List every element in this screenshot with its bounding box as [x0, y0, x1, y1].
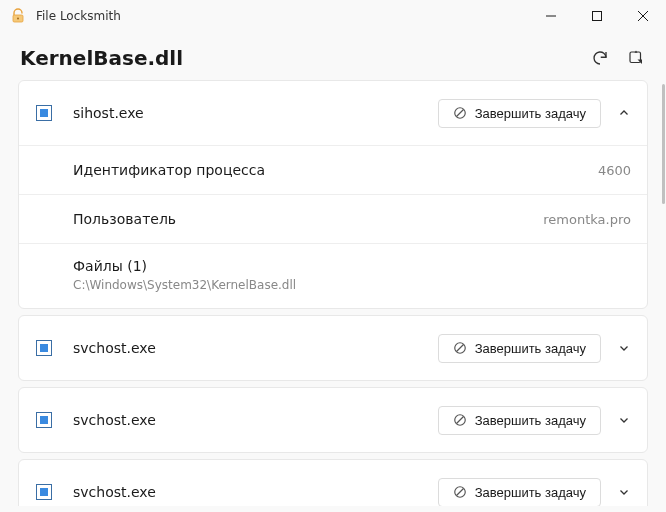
process-details: Идентификатор процесса 4600 Пользователь…: [19, 145, 647, 308]
window-title: File Locksmith: [36, 9, 121, 23]
process-list: sihost.exe Завершить задачу Идентификато…: [0, 80, 666, 506]
files-path: C:\Windows\System32\KernelBase.dll: [73, 278, 631, 292]
process-card: sihost.exe Завершить задачу Идентификато…: [18, 80, 648, 309]
end-task-button[interactable]: Завершить задачу: [438, 334, 601, 363]
detail-files: Файлы (1) C:\Windows\System32\KernelBase…: [19, 244, 647, 308]
scrollbar[interactable]: [662, 84, 665, 204]
process-name: svchost.exe: [73, 412, 156, 428]
prohibit-icon: [453, 341, 467, 355]
detail-pid: Идентификатор процесса 4600: [19, 146, 647, 195]
user-label: Пользователь: [73, 211, 176, 227]
end-task-button[interactable]: Завершить задачу: [438, 406, 601, 435]
prohibit-icon: [453, 485, 467, 499]
process-name: svchost.exe: [73, 484, 156, 500]
svg-rect-8: [40, 109, 48, 117]
refresh-icon[interactable]: [590, 48, 610, 68]
end-task-button[interactable]: Завершить задачу: [438, 99, 601, 128]
end-task-label: Завершить задачу: [475, 341, 586, 356]
svg-line-18: [456, 417, 463, 424]
end-task-label: Завершить задачу: [475, 413, 586, 428]
svg-point-1: [17, 18, 19, 20]
process-name: svchost.exe: [73, 340, 156, 356]
page-title: KernelBase.dll: [20, 46, 183, 70]
pid-value: 4600: [598, 163, 631, 178]
process-icon: [35, 339, 53, 357]
process-card: svchost.exe Завершить задачу: [18, 315, 648, 381]
minimize-button[interactable]: [528, 0, 574, 32]
header: KernelBase.dll: [0, 32, 666, 80]
process-icon: [35, 104, 53, 122]
process-row[interactable]: sihost.exe Завершить задачу: [19, 81, 647, 145]
admin-restart-icon[interactable]: [626, 48, 646, 68]
end-task-button[interactable]: Завершить задачу: [438, 478, 601, 507]
process-row[interactable]: svchost.exe Завершить задачу: [19, 388, 647, 452]
end-task-label: Завершить задачу: [475, 106, 586, 121]
header-actions: [590, 48, 646, 68]
user-value: remontka.pro: [543, 212, 631, 227]
chevron-up-icon: [617, 106, 631, 120]
chevron-down-icon: [617, 485, 631, 499]
svg-line-10: [456, 110, 463, 117]
svg-rect-6: [630, 52, 641, 63]
svg-rect-12: [40, 344, 48, 352]
svg-rect-20: [40, 488, 48, 496]
chevron-down-icon: [617, 341, 631, 355]
files-label: Файлы (1): [73, 258, 631, 274]
maximize-button[interactable]: [574, 0, 620, 32]
svg-rect-3: [593, 12, 602, 21]
svg-line-22: [456, 489, 463, 496]
process-row[interactable]: svchost.exe Завершить задачу: [19, 316, 647, 380]
process-row[interactable]: svchost.exe Завершить задачу: [19, 460, 647, 506]
process-name: sihost.exe: [73, 105, 144, 121]
app-icon: [10, 8, 26, 24]
process-icon: [35, 483, 53, 501]
end-task-label: Завершить задачу: [475, 485, 586, 500]
process-card: svchost.exe Завершить задачу: [18, 459, 648, 506]
svg-rect-16: [40, 416, 48, 424]
close-button[interactable]: [620, 0, 666, 32]
process-icon: [35, 411, 53, 429]
titlebar: File Locksmith: [0, 0, 666, 32]
prohibit-icon: [453, 413, 467, 427]
prohibit-icon: [453, 106, 467, 120]
chevron-down-icon: [617, 413, 631, 427]
process-card: svchost.exe Завершить задачу: [18, 387, 648, 453]
svg-line-14: [456, 345, 463, 352]
detail-user: Пользователь remontka.pro: [19, 195, 647, 244]
pid-label: Идентификатор процесса: [73, 162, 265, 178]
window-controls: [528, 0, 666, 32]
